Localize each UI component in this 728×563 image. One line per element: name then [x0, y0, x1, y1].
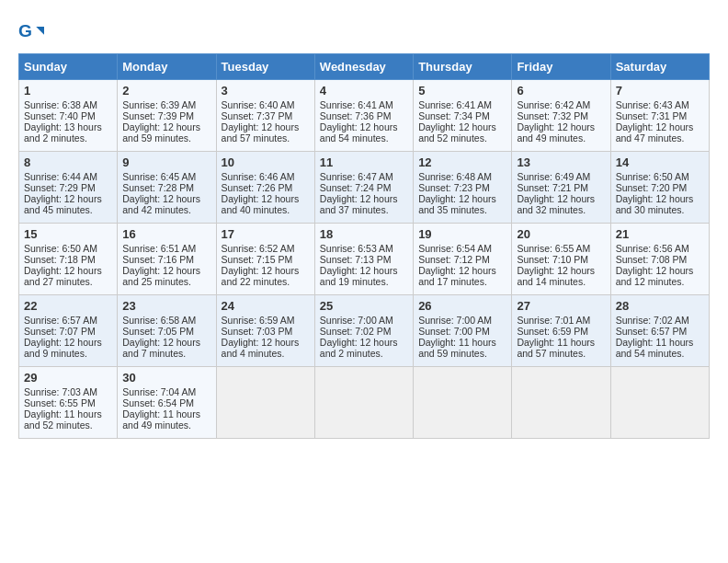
sunset: Sunset: 7:34 PM: [418, 110, 490, 121]
day-of-week-header: Tuesday: [216, 54, 314, 80]
day-number: 24: [222, 299, 310, 313]
sunrise: Sunrise: 7:01 AM: [517, 315, 590, 326]
daylight: Daylight: 12 hours and 59 minutes.: [122, 121, 200, 144]
daylight: Daylight: 12 hours and 27 minutes.: [24, 265, 102, 287]
calendar-cell: [314, 367, 413, 439]
day-number: 15: [24, 227, 112, 241]
calendar-cell: 18 Sunrise: 6:53 AM Sunset: 7:13 PM Dayl…: [314, 224, 413, 295]
sunset: Sunset: 7:37 PM: [222, 110, 293, 121]
calendar-cell: 26 Sunrise: 7:00 AM Sunset: 7:00 PM Dayl…: [414, 295, 512, 367]
sunrise: Sunrise: 6:58 AM: [122, 315, 196, 326]
sunrise: Sunrise: 6:52 AM: [222, 243, 295, 254]
day-number: 29: [24, 371, 112, 385]
calendar-cell: 24 Sunrise: 6:59 AM Sunset: 7:03 PM Dayl…: [216, 295, 314, 367]
day-number: 20: [517, 227, 605, 241]
sunset: Sunset: 7:20 PM: [616, 182, 688, 193]
daylight: Daylight: 12 hours and 7 minutes.: [122, 337, 200, 359]
sunset: Sunset: 7:18 PM: [24, 254, 96, 265]
sunset: Sunset: 6:59 PM: [517, 326, 588, 337]
daylight: Daylight: 12 hours and 45 minutes.: [24, 193, 102, 215]
sunrise: Sunrise: 6:44 AM: [24, 171, 97, 182]
calendar-cell: 1 Sunrise: 6:38 AM Sunset: 7:40 PM Dayli…: [19, 80, 118, 152]
sunset: Sunset: 7:03 PM: [222, 326, 293, 337]
daylight: Daylight: 12 hours and 25 minutes.: [122, 265, 200, 287]
calendar-cell: 6 Sunrise: 6:42 AM Sunset: 7:32 PM Dayli…: [512, 80, 610, 152]
sunset: Sunset: 7:05 PM: [122, 326, 194, 337]
day-number: 4: [320, 84, 408, 98]
day-number: 30: [122, 371, 210, 385]
sunrise: Sunrise: 6:53 AM: [320, 243, 393, 254]
day-number: 14: [616, 155, 704, 169]
sunrise: Sunrise: 6:48 AM: [418, 171, 492, 182]
day-number: 13: [517, 155, 605, 169]
day-number: 21: [616, 227, 704, 241]
day-number: 28: [616, 299, 704, 313]
daylight: Daylight: 12 hours and 37 minutes.: [320, 193, 398, 215]
day-number: 9: [122, 155, 210, 169]
calendar-cell: 8 Sunrise: 6:44 AM Sunset: 7:29 PM Dayli…: [19, 152, 118, 224]
daylight: Daylight: 12 hours and 42 minutes.: [122, 193, 200, 215]
daylight: Daylight: 12 hours and 4 minutes.: [222, 337, 300, 359]
sunset: Sunset: 7:26 PM: [222, 182, 293, 193]
day-number: 2: [122, 84, 210, 98]
daylight: Daylight: 12 hours and 52 minutes.: [418, 121, 496, 144]
daylight: Daylight: 12 hours and 32 minutes.: [517, 193, 595, 215]
daylight: Daylight: 12 hours and 9 minutes.: [24, 337, 102, 359]
day-number: 27: [517, 299, 605, 313]
sunset: Sunset: 6:57 PM: [616, 326, 688, 337]
daylight: Daylight: 12 hours and 47 minutes.: [616, 121, 694, 144]
calendar-cell: 29 Sunrise: 7:03 AM Sunset: 6:55 PM Dayl…: [19, 367, 118, 439]
calendar-cell: 17 Sunrise: 6:52 AM Sunset: 7:15 PM Dayl…: [216, 224, 314, 295]
sunset: Sunset: 7:32 PM: [517, 110, 588, 121]
day-number: 26: [418, 299, 506, 313]
sunrise: Sunrise: 6:49 AM: [517, 171, 590, 182]
day-of-week-header: Friday: [512, 54, 610, 80]
day-number: 18: [320, 227, 408, 241]
svg-marker-1: [36, 27, 44, 35]
day-number: 3: [222, 84, 310, 98]
calendar-cell: 4 Sunrise: 6:41 AM Sunset: 7:36 PM Dayli…: [314, 80, 413, 152]
sunrise: Sunrise: 6:45 AM: [122, 171, 196, 182]
sunrise: Sunrise: 6:47 AM: [320, 171, 393, 182]
sunset: Sunset: 7:00 PM: [418, 326, 490, 337]
sunset: Sunset: 7:16 PM: [122, 254, 194, 265]
calendar-cell: 30 Sunrise: 7:04 AM Sunset: 6:54 PM Dayl…: [118, 367, 216, 439]
daylight: Daylight: 12 hours and 30 minutes.: [616, 193, 694, 215]
sunset: Sunset: 7:29 PM: [24, 182, 96, 193]
sunrise: Sunrise: 6:43 AM: [616, 99, 689, 110]
sunrise: Sunrise: 6:50 AM: [616, 171, 689, 182]
day-number: 11: [320, 155, 408, 169]
calendar-cell: 21 Sunrise: 6:56 AM Sunset: 7:08 PM Dayl…: [610, 224, 709, 295]
calendar-cell: 23 Sunrise: 6:58 AM Sunset: 7:05 PM Dayl…: [118, 295, 216, 367]
sunrise: Sunrise: 6:40 AM: [222, 99, 295, 110]
calendar-cell: [512, 367, 610, 439]
day-number: 5: [418, 84, 506, 98]
calendar-cell: 3 Sunrise: 6:40 AM Sunset: 7:37 PM Dayli…: [216, 80, 314, 152]
sunset: Sunset: 7:40 PM: [24, 110, 96, 121]
sunset: Sunset: 7:07 PM: [24, 326, 96, 337]
day-of-week-header: Wednesday: [314, 54, 413, 80]
calendar-cell: 20 Sunrise: 6:55 AM Sunset: 7:10 PM Dayl…: [512, 224, 610, 295]
sunrise: Sunrise: 6:56 AM: [616, 243, 689, 254]
daylight: Daylight: 12 hours and 12 minutes.: [616, 265, 694, 287]
day-number: 22: [24, 299, 112, 313]
day-of-week-header: Monday: [118, 54, 216, 80]
daylight: Daylight: 12 hours and 22 minutes.: [222, 265, 300, 287]
daylight: Daylight: 11 hours and 52 minutes.: [24, 408, 102, 431]
daylight: Daylight: 12 hours and 57 minutes.: [222, 121, 300, 144]
sunrise: Sunrise: 6:54 AM: [418, 243, 492, 254]
calendar-cell: 11 Sunrise: 6:47 AM Sunset: 7:24 PM Dayl…: [314, 152, 413, 224]
sunrise: Sunrise: 7:02 AM: [616, 315, 689, 326]
daylight: Daylight: 12 hours and 40 minutes.: [222, 193, 300, 215]
day-of-week-header: Saturday: [610, 54, 709, 80]
sunset: Sunset: 7:39 PM: [122, 110, 194, 121]
daylight: Daylight: 13 hours and 2 minutes.: [24, 121, 102, 144]
calendar-cell: 25 Sunrise: 7:00 AM Sunset: 7:02 PM Dayl…: [314, 295, 413, 367]
sunrise: Sunrise: 6:41 AM: [320, 99, 393, 110]
calendar-cell: [414, 367, 512, 439]
sunset: Sunset: 7:02 PM: [320, 326, 392, 337]
sunset: Sunset: 7:21 PM: [517, 182, 588, 193]
calendar-cell: 13 Sunrise: 6:49 AM Sunset: 7:21 PM Dayl…: [512, 152, 610, 224]
sunset: Sunset: 7:15 PM: [222, 254, 293, 265]
day-number: 7: [616, 84, 704, 98]
